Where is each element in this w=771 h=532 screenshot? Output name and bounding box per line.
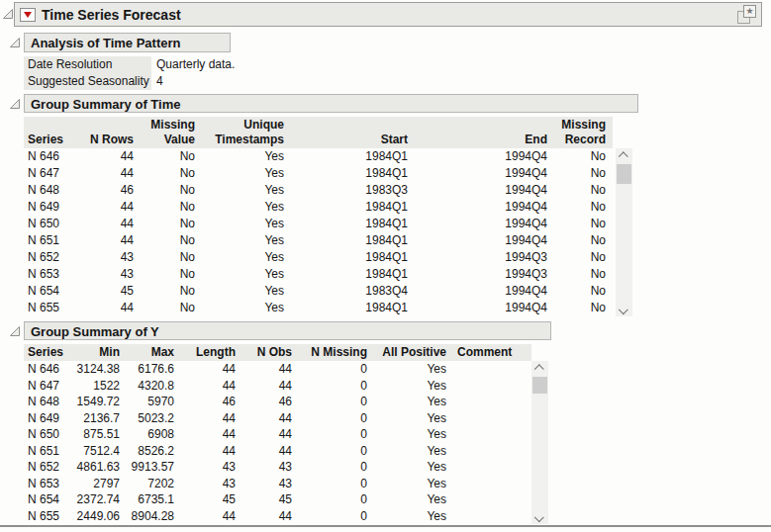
table-cell: 1522: [73, 378, 125, 395]
table-cell: 43: [179, 476, 241, 492]
scroll-up-button[interactable]: [616, 148, 632, 163]
time-table-scrollbar[interactable]: [616, 148, 632, 316]
table-cell: N 652: [24, 459, 73, 476]
disclosure-caret-report-icon[interactable]: [2, 8, 14, 20]
table-cell: [451, 491, 531, 508]
star-icon: ★: [743, 5, 756, 18]
scrollbar-thumb[interactable]: [617, 164, 631, 184]
section-header-analysis-of-time-pattern[interactable]: Analysis of Time Pattern: [24, 33, 231, 52]
table-cell: 43: [81, 249, 139, 266]
table-cell: Yes: [200, 232, 289, 249]
table-cell: No: [553, 148, 613, 165]
table-cell: Yes: [200, 249, 289, 266]
column-header: All Positive: [372, 345, 451, 360]
section-header-group-summary-of-time[interactable]: Group Summary of Time: [24, 94, 638, 113]
table-cell: 5970: [125, 394, 179, 410]
table-cell: No: [139, 266, 200, 283]
table-cell: 45: [81, 283, 139, 300]
time-series-forecast-report: Time Series Forecast ★ Analysis of Time …: [0, 0, 771, 532]
scroll-down-button[interactable]: [531, 509, 548, 524]
table-cell: Yes: [372, 476, 451, 492]
table-cell: 1994Q4: [413, 216, 553, 232]
report-title: Time Series Forecast: [42, 7, 181, 23]
table-cell: 1984Q1: [289, 232, 413, 249]
table-cell: 1994Q3: [413, 249, 553, 266]
table-row: N 6552449.068904.2844440Yes: [24, 508, 531, 525]
table-cell: Yes: [372, 508, 451, 525]
table-cell: N 648: [24, 182, 81, 199]
table-cell: 44: [81, 165, 139, 182]
table-cell: 1994Q4: [413, 182, 553, 199]
table-row: N 6517512.48526.244440Yes: [24, 443, 531, 460]
table-cell: 0: [297, 443, 372, 460]
scrollbar-thumb[interactable]: [532, 377, 547, 394]
table-cell: No: [139, 199, 200, 216]
scroll-up-button[interactable]: [531, 361, 548, 376]
table-cell: 1984Q1: [289, 249, 413, 266]
table-cell: N 650: [24, 426, 73, 443]
table-cell: 43: [241, 476, 297, 492]
section-header-group-summary-of-y[interactable]: Group Summary of Y: [24, 321, 551, 340]
disclosure-caret-time-icon[interactable]: [9, 98, 21, 110]
column-header: Missing Value: [139, 118, 200, 147]
table-cell: 1984Q1: [289, 148, 413, 165]
table-cell: No: [553, 216, 613, 232]
bookmark-star-button[interactable]: ★: [737, 5, 756, 24]
table-cell: 43: [81, 266, 139, 283]
table-cell: 44: [179, 410, 241, 427]
table-cell: 2372.74: [73, 491, 125, 508]
table-cell: 44: [81, 232, 139, 249]
table-cell: No: [553, 232, 613, 249]
table-cell: 0: [297, 459, 372, 476]
disclosure-caret-analysis-icon[interactable]: [9, 37, 21, 48]
table-cell: 2136.7: [73, 410, 125, 427]
table-cell: 1984Q1: [289, 216, 413, 232]
table-cell: No: [553, 300, 613, 316]
table-cell: N 646: [24, 361, 73, 378]
table-cell: 1983Q3: [289, 182, 413, 199]
table-cell: 0: [297, 508, 372, 525]
table-cell: Yes: [372, 361, 451, 378]
table-cell: N 647: [24, 165, 81, 182]
group-summary-of-time-table: SeriesN RowsMissing ValueUnique Timestam…: [24, 117, 613, 316]
table-row: N 6542372.746735.145450Yes: [24, 491, 531, 508]
table-cell: 46: [179, 394, 241, 410]
table-cell: 45: [241, 491, 297, 508]
disclosure-caret-y-icon[interactable]: [9, 325, 21, 337]
table-cell: 44: [179, 361, 241, 378]
table-cell: Yes: [200, 165, 289, 182]
table-cell: 1984Q1: [289, 199, 413, 216]
table-cell: 2797: [73, 476, 125, 492]
report-title-bar: Time Series Forecast ★: [14, 2, 762, 27]
red-triangle-menu-button[interactable]: [20, 8, 36, 22]
table-cell: Yes: [200, 266, 289, 283]
table-cell: Yes: [372, 410, 451, 427]
table-row: N 65445NoYes1983Q41994Q4No: [24, 283, 613, 300]
table-cell: 8904.28: [125, 508, 179, 525]
table-row: N 65343NoYes1984Q11994Q3No: [24, 266, 613, 283]
table-cell: 875.51: [73, 426, 125, 443]
table-row: N 64944NoYes1984Q11994Q4No: [24, 199, 613, 216]
table-row: N 65144NoYes1984Q11994Q4No: [24, 232, 613, 249]
y-table-scrollbar[interactable]: [531, 361, 548, 524]
row-label: Suggested Seasonality: [24, 73, 151, 90]
table-cell: Yes: [200, 283, 289, 300]
table-cell: 3124.38: [73, 361, 125, 378]
scroll-down-button[interactable]: [616, 302, 632, 316]
table-cell: 1994Q4: [413, 148, 553, 165]
table-cell: 43: [241, 459, 297, 476]
column-header: Max: [125, 345, 179, 360]
table-cell: 1994Q4: [413, 283, 553, 300]
table-cell: Yes: [372, 378, 451, 395]
table-cell: N 653: [24, 476, 73, 492]
table-row: Date Resolution Quarterly data.: [24, 56, 235, 73]
table-cell: 4320.8: [125, 378, 179, 395]
chevron-down-icon: [534, 512, 544, 522]
table-cell: [451, 508, 531, 525]
table-cell: 44: [81, 199, 139, 216]
table-cell: 44: [81, 216, 139, 232]
table-cell: 8526.2: [125, 443, 179, 460]
table-cell: 44: [241, 508, 297, 525]
table-cell: Yes: [200, 216, 289, 232]
table-cell: 44: [179, 378, 241, 395]
